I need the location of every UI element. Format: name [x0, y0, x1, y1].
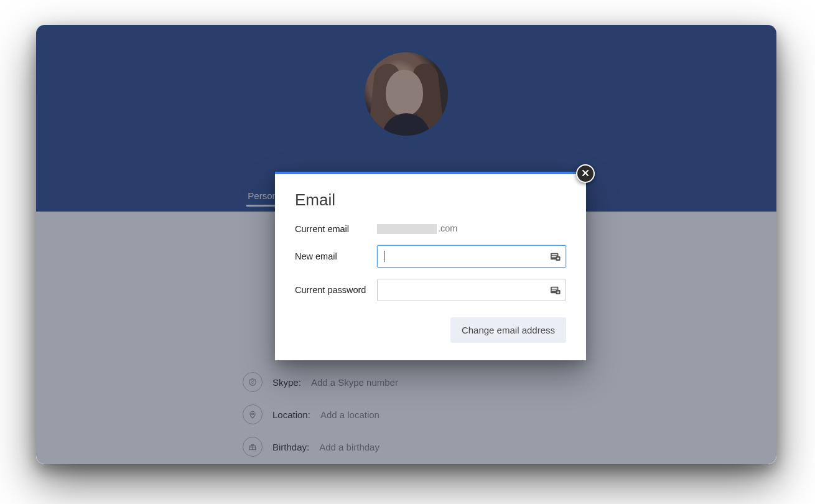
- close-icon: [582, 168, 589, 179]
- password-manager-icon[interactable]: [550, 285, 561, 295]
- new-email-input[interactable]: [377, 245, 566, 268]
- current-email-value: .com: [377, 223, 457, 234]
- change-email-button[interactable]: Change email address: [450, 317, 566, 343]
- new-email-label: New email: [295, 251, 377, 261]
- redacted-email-prefix: [377, 224, 437, 234]
- password-manager-icon[interactable]: [550, 251, 561, 261]
- svg-rect-17: [552, 288, 557, 289]
- text-caret: [384, 251, 384, 262]
- current-email-label: Current email: [295, 224, 377, 234]
- email-modal: Email Current email .com New email Curre…: [275, 172, 586, 360]
- current-password-label: Current password: [295, 285, 377, 295]
- close-button[interactable]: [576, 164, 595, 183]
- current-password-input[interactable]: [377, 279, 566, 301]
- new-email-row: New email: [295, 245, 566, 268]
- modal-title: Email: [295, 190, 566, 210]
- svg-rect-11: [552, 254, 557, 256]
- current-password-row: Current password: [295, 279, 566, 301]
- current-email-row: Current email .com: [295, 223, 566, 234]
